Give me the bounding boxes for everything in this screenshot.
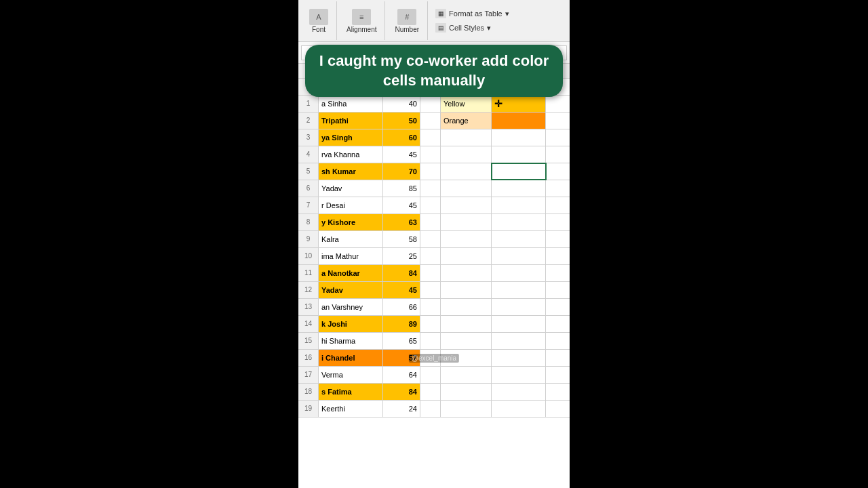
- value-cell[interactable]: 66: [383, 299, 420, 315]
- d-cell[interactable]: Yellow: [441, 96, 492, 112]
- d-cell[interactable]: [441, 333, 492, 349]
- name-cell[interactable]: ima Mathur: [319, 248, 383, 264]
- c-cell[interactable]: [420, 96, 441, 112]
- e-cell[interactable]: [492, 401, 546, 417]
- value-cell[interactable]: 85: [383, 180, 420, 197]
- d-cell[interactable]: [441, 146, 492, 163]
- e-cell[interactable]: [492, 248, 546, 264]
- name-cell[interactable]: Tripathi: [319, 113, 383, 129]
- c-cell[interactable]: [420, 146, 441, 163]
- c-cell[interactable]: [420, 316, 441, 332]
- name-cell[interactable]: s Fatima: [319, 384, 383, 400]
- e-cell[interactable]: [492, 146, 546, 163]
- name-cell[interactable]: i Chandel: [319, 350, 383, 366]
- e-cell[interactable]: [492, 197, 546, 214]
- c-cell[interactable]: [420, 384, 441, 400]
- e-cell[interactable]: [492, 299, 546, 315]
- value-cell[interactable]: 64: [383, 367, 420, 383]
- c-cell[interactable]: [420, 248, 441, 264]
- c-cell[interactable]: [420, 367, 441, 383]
- format-table-dropdown-icon[interactable]: ▾: [505, 9, 509, 18]
- e-cell[interactable]: [492, 350, 546, 366]
- value-cell[interactable]: 25: [383, 248, 420, 264]
- e-cell[interactable]: ✛: [492, 96, 546, 112]
- name-cell[interactable]: Yadav: [319, 282, 383, 298]
- alignment-button[interactable]: ≡ Alignment: [344, 7, 379, 35]
- d-cell[interactable]: [441, 180, 492, 197]
- c-cell[interactable]: [420, 299, 441, 315]
- value-cell[interactable]: 84: [383, 384, 420, 400]
- e-cell[interactable]: [492, 180, 546, 197]
- number-button[interactable]: # Number: [392, 7, 422, 35]
- d-cell[interactable]: [441, 401, 492, 417]
- name-cell[interactable]: a Nanotkar: [319, 265, 383, 281]
- d-cell[interactable]: Orange: [441, 113, 492, 129]
- c-cell[interactable]: [420, 401, 441, 417]
- d-cell[interactable]: [441, 367, 492, 383]
- c-cell[interactable]: [420, 282, 441, 298]
- name-cell[interactable]: k Joshi: [319, 316, 383, 332]
- e-cell[interactable]: [492, 265, 546, 281]
- value-cell[interactable]: 58: [383, 231, 420, 247]
- e-cell[interactable]: [492, 214, 546, 230]
- format-table-icon: ▦: [435, 9, 446, 18]
- name-cell[interactable]: rva Khanna: [319, 146, 383, 163]
- name-cell[interactable]: Keerthi: [319, 401, 383, 417]
- value-cell[interactable]: 60: [383, 129, 420, 146]
- value-cell[interactable]: 45: [383, 146, 420, 163]
- d-cell[interactable]: [441, 129, 492, 146]
- name-cell[interactable]: Yadav: [319, 180, 383, 197]
- name-cell[interactable]: a Sinha: [319, 96, 383, 112]
- c-cell[interactable]: [420, 214, 441, 230]
- c-cell[interactable]: [420, 163, 441, 180]
- value-cell[interactable]: 89: [383, 316, 420, 332]
- format-as-table-button[interactable]: ▦ Format as Table ▾: [433, 7, 511, 20]
- e-cell[interactable]: [492, 384, 546, 400]
- c-cell[interactable]: [420, 197, 441, 214]
- value-cell[interactable]: 40: [383, 96, 420, 112]
- value-cell[interactable]: 63: [383, 214, 420, 230]
- e-cell[interactable]: [492, 129, 546, 146]
- font-button[interactable]: A Font: [307, 7, 331, 35]
- c-cell[interactable]: [420, 333, 441, 349]
- name-cell[interactable]: Verma: [319, 367, 383, 383]
- name-cell[interactable]: Kalra: [319, 231, 383, 247]
- value-cell[interactable]: 65: [383, 333, 420, 349]
- d-cell[interactable]: [441, 265, 492, 281]
- d-cell[interactable]: [441, 231, 492, 247]
- e-cell[interactable]: [492, 113, 546, 129]
- d-cell[interactable]: [441, 248, 492, 264]
- d-cell[interactable]: [441, 163, 492, 180]
- d-cell[interactable]: [441, 197, 492, 214]
- c-cell[interactable]: [420, 129, 441, 146]
- value-cell[interactable]: 24: [383, 401, 420, 417]
- e-cell[interactable]: [492, 316, 546, 332]
- c-cell[interactable]: [420, 265, 441, 281]
- cell-styles-dropdown-icon[interactable]: ▾: [487, 24, 491, 33]
- name-cell[interactable]: sh Kumar: [319, 163, 383, 180]
- c-cell[interactable]: [420, 113, 441, 129]
- name-cell[interactable]: y Kishore: [319, 214, 383, 230]
- c-cell[interactable]: [420, 231, 441, 247]
- d-cell[interactable]: [441, 299, 492, 315]
- name-cell[interactable]: r Desai: [319, 197, 383, 214]
- d-cell[interactable]: [441, 282, 492, 298]
- d-cell[interactable]: [441, 214, 492, 230]
- name-cell[interactable]: hi Sharma: [319, 333, 383, 349]
- cell-styles-button[interactable]: ▤ Cell Styles ▾: [433, 22, 511, 34]
- e-cell[interactable]: [492, 367, 546, 383]
- name-cell[interactable]: an Varshney: [319, 299, 383, 315]
- value-cell[interactable]: 45: [383, 282, 420, 298]
- e-cell[interactable]: [492, 282, 546, 298]
- e-cell[interactable]: [492, 231, 546, 247]
- value-cell[interactable]: 45: [383, 197, 420, 214]
- c-cell[interactable]: [420, 180, 441, 197]
- d-cell[interactable]: [441, 316, 492, 332]
- value-cell[interactable]: 84: [383, 265, 420, 281]
- e-cell[interactable]: [492, 163, 546, 180]
- d-cell[interactable]: [441, 384, 492, 400]
- e-cell[interactable]: [492, 333, 546, 349]
- value-cell[interactable]: 70: [383, 163, 420, 180]
- value-cell[interactable]: 50: [383, 113, 420, 129]
- name-cell[interactable]: ya Singh: [319, 129, 383, 146]
